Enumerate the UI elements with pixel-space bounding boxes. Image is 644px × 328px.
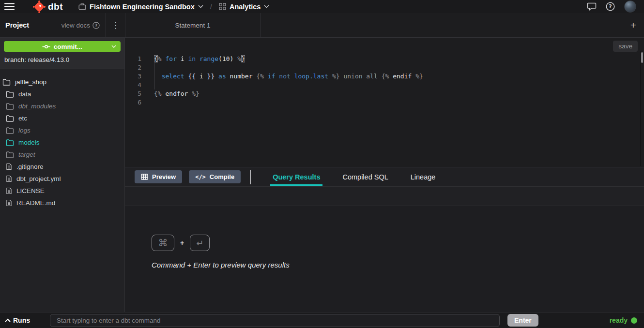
- toolbar-divider: [250, 170, 251, 184]
- account-selector[interactable]: Fishtown Engineering Sandbox: [78, 3, 203, 11]
- preview-button[interactable]: Preview: [135, 170, 182, 183]
- command-bar: Runs Enter ready: [0, 312, 644, 328]
- dbt-logo-text: dbt: [48, 1, 63, 12]
- return-key-icon: ↵: [190, 235, 210, 251]
- status-dot-icon: [631, 317, 637, 324]
- tree-item-label: dbt_modules: [18, 103, 56, 110]
- sidebar-title: Project: [5, 21, 29, 29]
- hamburger-menu-icon[interactable]: [4, 3, 15, 10]
- file-icon: [6, 163, 12, 170]
- indent-guide: [154, 61, 155, 89]
- tree-item-dbt-modules[interactable]: dbt_modules: [0, 100, 124, 112]
- line-number: 4: [125, 81, 141, 89]
- runs-label: Runs: [13, 316, 30, 324]
- tree-item-dbt-project-yml[interactable]: dbt_project.yml: [0, 173, 124, 185]
- results-panel: Preview </> Compile Query ResultsCompile…: [125, 167, 644, 312]
- kebab-icon: ⋮: [111, 21, 120, 30]
- sidebar-header: Project view docs ? ⋮: [0, 13, 125, 37]
- tree-item-readme-md[interactable]: README.md: [0, 197, 124, 209]
- tree-item-label: LICENSE: [16, 187, 45, 194]
- folder-icon: [6, 103, 14, 110]
- commit-dropdown-chevron[interactable]: [111, 45, 116, 48]
- new-tab-button[interactable]: +: [628, 19, 639, 31]
- tab-statement-1[interactable]: Statement 1: [125, 13, 261, 37]
- code-line-5[interactable]: 5{% endfor %}: [125, 89, 639, 98]
- code-text: {% for i in range(10) %}: [154, 55, 245, 63]
- dbt-command-input[interactable]: [50, 314, 500, 327]
- folder-icon: [6, 90, 14, 98]
- commit-button[interactable]: commit...: [4, 41, 121, 52]
- code-line-2[interactable]: 2: [125, 63, 639, 72]
- preview-table-icon: [141, 174, 148, 180]
- shortcut-hint-text: Command + Enter to preview query results: [152, 261, 290, 269]
- code-text: select {{ i }} as number {% if not loop.…: [154, 72, 423, 81]
- project-selector[interactable]: Analytics: [219, 3, 269, 11]
- tree-item-label: etc: [18, 115, 27, 122]
- tree-item-license[interactable]: LICENSE: [0, 185, 124, 197]
- dbt-logo[interactable]: dbt: [33, 0, 63, 13]
- chevron-down-icon: [198, 5, 203, 8]
- svg-text:?: ?: [95, 23, 97, 28]
- breadcrumb-separator: /: [210, 2, 212, 11]
- view-docs-link[interactable]: view docs ?: [61, 22, 106, 29]
- topbar-right-group: ?: [587, 0, 636, 13]
- help-icon[interactable]: ?: [606, 2, 615, 11]
- compile-button[interactable]: </> Compile: [189, 170, 241, 183]
- editor-tab-bar: Statement 1 +: [125, 13, 644, 37]
- file-icon: [6, 199, 12, 207]
- tab-lineage[interactable]: Lineage: [410, 167, 437, 186]
- shortcut-keys: ⌘ + ↵: [152, 235, 290, 251]
- tree-item-label: data: [18, 90, 31, 98]
- tree-item-data[interactable]: data: [0, 88, 124, 100]
- folder-icon: [6, 139, 14, 146]
- chat-icon[interactable]: [587, 2, 597, 11]
- code-line-1[interactable]: 1{% for i in range(10) %}: [125, 55, 639, 63]
- code-area[interactable]: 1{% for i in range(10) %}23 select {{ i …: [125, 55, 639, 167]
- tree-item-label: .gitignore: [16, 163, 44, 170]
- branch-label: branch: release/4.13.0: [4, 52, 121, 69]
- preview-button-label: Preview: [152, 173, 176, 180]
- user-avatar[interactable]: [624, 0, 636, 13]
- tree-item-etc[interactable]: etc: [0, 112, 124, 124]
- code-editor[interactable]: save 1{% for i in range(10) %}23 select …: [125, 38, 644, 167]
- line-number: 1: [125, 55, 141, 63]
- file-tree: jaffle_shopdatadbt_modulesetclogsmodelst…: [0, 69, 124, 209]
- runs-toggle[interactable]: Runs: [0, 316, 50, 324]
- file-icon: [6, 175, 12, 182]
- plus-separator: +: [180, 239, 184, 247]
- account-name: Fishtown Engineering Sandbox: [90, 3, 195, 11]
- tree-item-label: models: [18, 139, 40, 146]
- file-icon: [6, 187, 12, 194]
- code-line-3[interactable]: 3 select {{ i }} as number {% if not loo…: [125, 72, 639, 81]
- code-lines: 1{% for i in range(10) %}23 select {{ i …: [125, 55, 639, 107]
- header-row: Project view docs ? ⋮ Statement 1 +: [0, 13, 644, 38]
- sidebar-menu-button[interactable]: ⋮: [106, 13, 125, 37]
- tree-item-gitignore[interactable]: .gitignore: [0, 161, 124, 173]
- status-label: ready: [610, 316, 628, 324]
- tree-item-jaffle-shop[interactable]: jaffle_shop: [0, 76, 124, 88]
- tree-item-logs[interactable]: logs: [0, 124, 124, 136]
- tree-item-target[interactable]: target: [0, 149, 124, 161]
- briefcase-icon: [78, 3, 86, 10]
- folder-icon: [6, 115, 14, 122]
- tab-compiled-sql[interactable]: Compiled SQL: [341, 167, 389, 186]
- tree-item-label: jaffle_shop: [15, 78, 46, 86]
- code-line-6[interactable]: 6: [125, 98, 639, 107]
- enter-button[interactable]: Enter: [507, 314, 538, 327]
- line-number: 5: [125, 89, 141, 98]
- editor-scrollbar-thumb[interactable]: [641, 52, 643, 63]
- results-header-strip: [125, 187, 644, 206]
- chevron-down-icon: [264, 5, 269, 8]
- docs-help-icon: ?: [92, 22, 100, 29]
- tab-query-results[interactable]: Query Results: [272, 167, 321, 186]
- save-button[interactable]: save: [613, 41, 638, 52]
- tree-item-label: README.md: [16, 199, 55, 207]
- code-line-4[interactable]: 4: [125, 81, 639, 89]
- file-explorer-sidebar: commit... branch: release/4.13.0 jaffle_…: [0, 38, 125, 312]
- code-text: {% endfor %}: [154, 89, 199, 98]
- tree-item-label: logs: [18, 127, 31, 134]
- tree-item-models[interactable]: models: [0, 136, 124, 149]
- line-number: 3: [125, 72, 141, 81]
- code-brackets-icon: </>: [195, 174, 206, 180]
- panel-toolbar: Preview </> Compile Query ResultsCompile…: [125, 167, 644, 187]
